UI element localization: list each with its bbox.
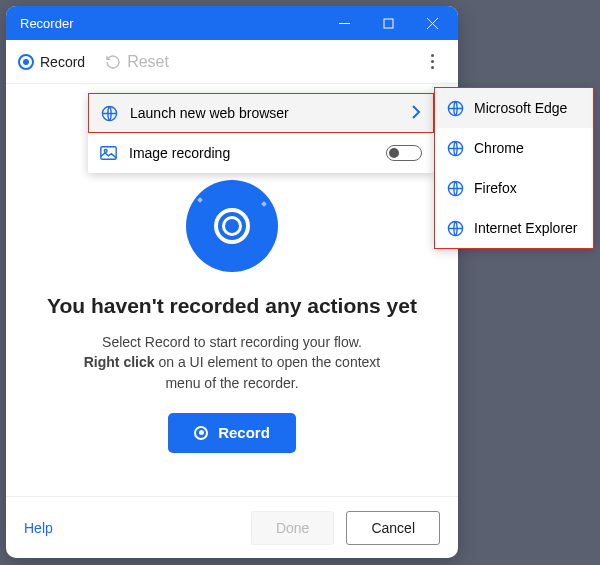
recorder-hero-icon <box>186 180 278 272</box>
reset-button[interactable]: Reset <box>105 53 169 71</box>
image-recording-item[interactable]: Image recording <box>88 133 434 173</box>
globe-icon <box>447 220 464 237</box>
done-button: Done <box>251 511 334 545</box>
svg-rect-9 <box>101 147 116 160</box>
help-link[interactable]: Help <box>24 520 53 536</box>
empty-heading: You haven't recorded any actions yet <box>6 294 458 318</box>
minimize-button[interactable] <box>322 6 366 40</box>
submenu-item-edge[interactable]: Microsoft Edge <box>435 88 593 128</box>
image-recording-toggle[interactable] <box>386 145 422 161</box>
toolbar: Record Reset <box>6 40 458 84</box>
svg-point-10 <box>104 150 107 153</box>
globe-icon <box>447 140 464 157</box>
desc-line2: on a UI element to open the context <box>155 354 381 370</box>
reset-icon <box>105 54 121 70</box>
desc-bold: Right click <box>84 354 155 370</box>
submenu-item-ie[interactable]: Internet Explorer <box>435 208 593 248</box>
submenu-label: Microsoft Edge <box>474 100 567 116</box>
titlebar: Recorder <box>6 6 458 40</box>
cancel-button[interactable]: Cancel <box>346 511 440 545</box>
content-area: Launch new web browser Image recording Y… <box>6 84 458 496</box>
record-button[interactable]: Record <box>168 413 296 453</box>
record-button-label: Record <box>218 424 270 441</box>
chevron-right-icon <box>411 105 421 122</box>
submenu-label: Firefox <box>474 180 517 196</box>
submenu-item-chrome[interactable]: Chrome <box>435 128 593 168</box>
submenu-item-firefox[interactable]: Firefox <box>435 168 593 208</box>
more-menu-button[interactable] <box>418 48 446 76</box>
browser-submenu: Microsoft Edge Chrome Firefox Internet E… <box>434 87 594 249</box>
svg-rect-5 <box>384 19 393 28</box>
recorder-window: Recorder Record Reset Launch new web bro… <box>6 6 458 558</box>
submenu-label: Internet Explorer <box>474 220 578 236</box>
image-recording-label: Image recording <box>129 145 230 161</box>
image-icon <box>100 146 117 160</box>
launch-browser-label: Launch new web browser <box>130 105 289 121</box>
empty-description: Select Record to start recording your fl… <box>6 332 458 393</box>
maximize-button[interactable] <box>366 6 410 40</box>
globe-icon <box>447 180 464 197</box>
record-dot-icon <box>194 426 208 440</box>
reset-label: Reset <box>127 53 169 71</box>
record-icon <box>18 54 34 70</box>
desc-line3: menu of the recorder. <box>165 375 298 391</box>
footer: Help Done Cancel <box>6 496 458 558</box>
record-toggle[interactable]: Record <box>40 54 85 70</box>
close-button[interactable] <box>410 6 454 40</box>
globe-icon <box>447 100 464 117</box>
globe-icon <box>101 105 118 122</box>
action-dropdown: Launch new web browser Image recording <box>88 93 434 173</box>
submenu-label: Chrome <box>474 140 524 156</box>
window-title: Recorder <box>20 16 322 31</box>
desc-line1: Select Record to start recording your fl… <box>102 334 362 350</box>
launch-browser-item[interactable]: Launch new web browser <box>88 93 434 133</box>
